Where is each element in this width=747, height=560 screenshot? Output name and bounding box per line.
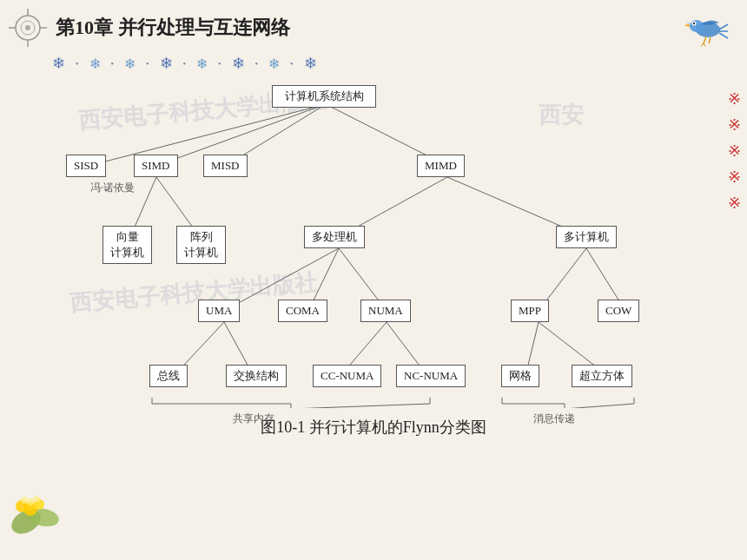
svg-text:※: ※ [728,194,741,212]
svg-point-46 [27,498,34,505]
dot9: ❄ [196,56,208,72]
dot6: • [146,59,149,69]
svg-text:※: ※ [728,90,741,108]
node-multiproc: 多处理机 [304,226,365,248]
svg-point-2 [25,25,30,30]
svg-text:※: ※ [728,142,741,160]
node-sisd: SISD [66,155,106,177]
header-icon [7,7,49,49]
decorative-dots: ❄ • ❄ • ❄ • ❄ • ❄ • ❄ • ❄ • ❄ [0,52,747,75]
node-mesh: 网格 [501,365,539,387]
node-array: 阵列计算机 [176,226,226,264]
side-decoration: ※ ※ ※ ※ ※ [721,87,747,226]
dot1: ❄ [52,54,65,73]
dot5: ❄ [124,56,136,72]
node-ccnuma: CC-NUMA [313,365,381,387]
node-ncnuma: NC-NUMA [396,365,466,387]
label-msg-passing: 消息传递 [533,412,575,426]
node-cow: COW [598,300,639,322]
dot3: ❄ [89,56,101,72]
dot12: • [255,59,259,69]
svg-point-11 [693,23,695,24]
flower-decoration [9,478,78,543]
node-mimd: MIMD [417,155,465,177]
node-simd: SIMD [134,155,178,177]
node-vector: 向量计算机 [102,226,152,264]
node-bus: 总线 [149,365,188,387]
annotation-vonneumann: 冯·诺依曼 [90,181,135,195]
svg-marker-12 [684,24,690,27]
node-uma: UMA [198,300,240,322]
svg-text:※: ※ [728,116,741,134]
svg-line-16 [704,43,705,46]
svg-text:※: ※ [728,168,741,186]
dot10: • [218,59,221,69]
dot15: ❄ [304,54,317,73]
node-numa: NUMA [360,300,411,322]
bird-icon [678,5,730,49]
node-hypercube: 超立方体 [572,365,632,387]
node-switch: 交换结构 [226,365,287,387]
diagram: 计算机系统结构 SISD SIMD MISD MIMD 冯·诺依曼 向量计算机 … [17,78,730,408]
page-title: 第10章 并行处理与互连网络 [56,15,290,41]
svg-line-13 [704,36,706,43]
node-coma: COMA [278,300,327,322]
dot4: • [111,59,115,69]
svg-line-15 [701,43,704,46]
node-multicomp: 多计算机 [556,226,617,248]
node-root: 计算机系统结构 [272,85,376,108]
svg-point-8 [690,20,704,32]
svg-line-14 [709,37,711,43]
dot8: • [183,59,187,69]
svg-point-48 [21,497,28,504]
dot13: ❄ [268,56,280,72]
header: 第10章 并行处理与互连网络 [0,0,747,52]
dot14: • [290,59,294,69]
label-shared-mem: 共享内存 [233,412,274,426]
node-mpp: MPP [511,300,549,322]
dot11: ❄ [232,54,245,73]
node-misd: MISD [203,155,248,177]
figure-caption: 图10-1 并行计算机的Flynn分类图 [0,417,747,438]
dot2: • [76,59,79,69]
svg-point-47 [33,496,40,503]
dot7: ❄ [160,54,173,73]
